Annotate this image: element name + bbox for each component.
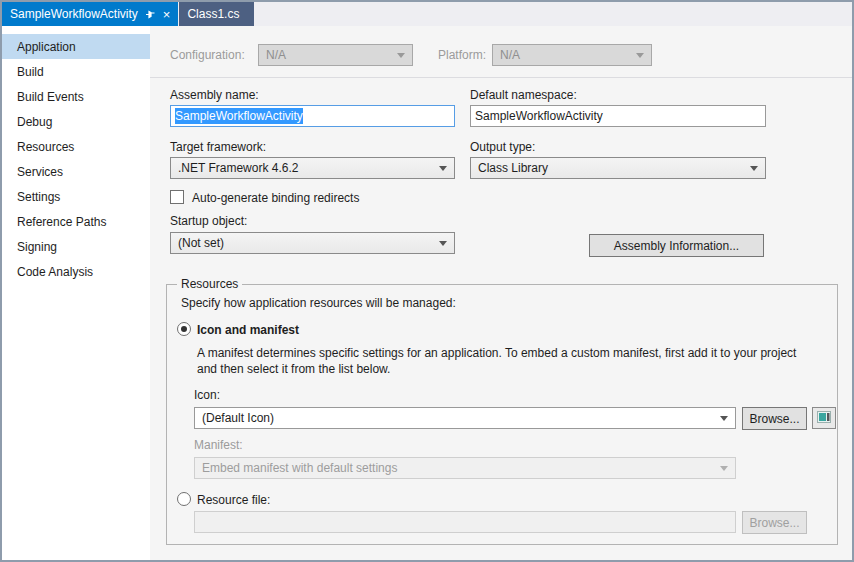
sidebar-item-debug[interactable]: Debug xyxy=(2,109,150,134)
chevron-down-icon xyxy=(439,166,447,171)
icon-dropdown[interactable]: (Default Icon) xyxy=(194,407,736,429)
properties-body: Application Build Build Events Debug Res… xyxy=(2,26,852,560)
chevron-down-icon xyxy=(439,241,447,246)
resources-group-title: Resources xyxy=(177,277,242,291)
icon-and-manifest-label: Icon and manifest xyxy=(197,323,299,337)
configuration-label: Configuration: xyxy=(170,48,245,62)
default-namespace-label: Default namespace: xyxy=(470,88,577,102)
manifest-label: Manifest: xyxy=(194,438,243,452)
chevron-down-icon xyxy=(397,53,405,58)
sidebar-item-services[interactable]: Services xyxy=(2,159,150,184)
resource-file-label: Resource file: xyxy=(197,493,270,507)
auto-generate-binding-redirects-checkbox[interactable] xyxy=(170,190,184,204)
selected-text: SampleWorkflowActivity xyxy=(175,108,303,124)
assembly-name-label: Assembly name: xyxy=(170,88,259,102)
tab-class1-cs[interactable]: Class1.cs xyxy=(179,2,254,26)
icon-preview-button[interactable] xyxy=(812,407,836,429)
auto-generate-binding-redirects-label: Auto-generate binding redirects xyxy=(192,191,359,205)
resource-file-input xyxy=(194,511,736,533)
default-namespace-input[interactable]: SampleWorkflowActivity xyxy=(470,105,766,127)
startup-object-dropdown[interactable]: (Not set) xyxy=(170,232,455,254)
config-separator xyxy=(150,77,852,78)
project-properties-window: SampleWorkflowActivity × Class1.cs Appli… xyxy=(0,0,854,562)
chevron-down-icon xyxy=(636,53,644,58)
sidebar-item-resources[interactable]: Resources xyxy=(2,134,150,159)
icon-browse-button[interactable]: Browse... xyxy=(742,407,807,430)
sidebar-item-signing[interactable]: Signing xyxy=(2,234,150,259)
close-icon[interactable]: × xyxy=(163,8,171,21)
resources-description: Specify how application resources will b… xyxy=(181,296,456,310)
sidebar-item-application[interactable]: Application xyxy=(2,34,150,59)
pin-icon[interactable] xyxy=(145,9,156,20)
resource-file-radio[interactable] xyxy=(177,492,191,506)
properties-nav-sidebar: Application Build Build Events Debug Res… xyxy=(2,26,150,560)
application-settings-panel: Configuration: N/A Platform: N/A Assembl… xyxy=(150,26,852,560)
target-framework-label: Target framework: xyxy=(170,140,266,154)
document-tab-bar: SampleWorkflowActivity × Class1.cs xyxy=(2,2,852,26)
platform-label: Platform: xyxy=(438,48,486,62)
configuration-dropdown: N/A xyxy=(258,44,413,66)
output-type-dropdown[interactable]: Class Library xyxy=(470,157,766,179)
chevron-down-icon xyxy=(720,466,728,471)
tab-label: SampleWorkflowActivity xyxy=(10,7,138,21)
tab-sampleworkflowactivity[interactable]: SampleWorkflowActivity × xyxy=(2,2,178,26)
icon-and-manifest-radio[interactable] xyxy=(177,322,191,336)
sidebar-item-reference-paths[interactable]: Reference Paths xyxy=(2,209,150,234)
target-framework-dropdown[interactable]: .NET Framework 4.6.2 xyxy=(170,157,455,179)
resources-group: Resources Specify how application resour… xyxy=(166,284,838,545)
output-type-label: Output type: xyxy=(470,140,535,154)
icon-label: Icon: xyxy=(194,388,220,402)
assembly-information-button[interactable]: Assembly Information... xyxy=(589,234,764,257)
manifest-dropdown: Embed manifest with default settings xyxy=(194,457,736,479)
manifest-description: A manifest determines specific settings … xyxy=(197,345,817,377)
application-icon xyxy=(817,411,831,426)
sidebar-item-build-events[interactable]: Build Events xyxy=(2,84,150,109)
startup-object-label: Startup object: xyxy=(170,214,247,228)
tab-label: Class1.cs xyxy=(187,7,239,21)
sidebar-item-settings[interactable]: Settings xyxy=(2,184,150,209)
platform-dropdown: N/A xyxy=(492,44,652,66)
chevron-down-icon xyxy=(750,166,758,171)
assembly-name-input[interactable]: SampleWorkflowActivity xyxy=(170,105,455,127)
chevron-down-icon xyxy=(720,416,728,421)
resource-file-browse-button: Browse... xyxy=(742,511,807,534)
sidebar-item-code-analysis[interactable]: Code Analysis xyxy=(2,259,150,284)
sidebar-item-build[interactable]: Build xyxy=(2,59,150,84)
